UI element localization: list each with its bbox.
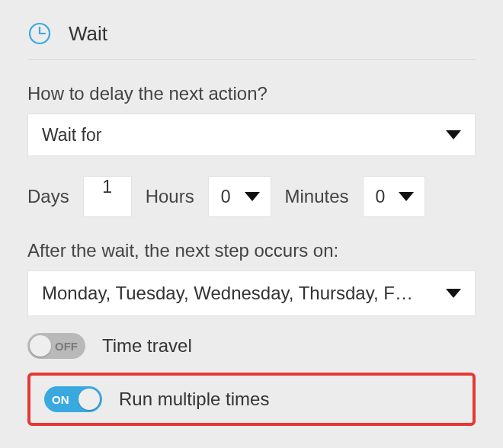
delay-mode-select[interactable]: Wait for [27,114,476,156]
time-row: Days 1 Hours 0 Minutes 0 [27,176,476,217]
chevron-down-icon [446,130,461,139]
toggle-knob [78,389,100,410]
days-select-value: Monday, Tuesday, Wednesday, Thursday, F… [42,283,446,304]
panel-title: Wait [69,22,107,46]
clock-icon [27,21,52,46]
run-multiple-highlight: ON Run multiple times [27,373,476,426]
time-travel-toggle[interactable]: OFF [27,333,85,359]
minutes-value: 0 [376,187,386,207]
days-input[interactable]: 1 [83,176,132,217]
hours-select[interactable]: 0 [208,176,271,217]
minutes-label: Minutes [285,186,349,207]
chevron-down-icon [245,192,260,201]
chevron-down-icon [399,192,414,201]
delay-mode-value: Wait for [42,125,101,146]
time-travel-label: Time travel [102,335,192,357]
time-travel-row: OFF Time travel [27,333,476,359]
hours-label: Hours [146,186,194,207]
run-multiple-row: ON Run multiple times [44,386,459,412]
run-multiple-label: Run multiple times [119,389,269,410]
minutes-select[interactable]: 0 [363,176,426,217]
days-label: Days [27,186,69,207]
delay-question-label: How to delay the next action? [27,83,476,104]
hours-value: 0 [221,187,231,207]
days-select[interactable]: Monday, Tuesday, Wednesday, Thursday, F… [27,270,476,316]
panel-header: Wait [27,21,476,60]
toggle-state-text: OFF [55,340,78,353]
toggle-state-text: ON [52,393,69,406]
days-value: 1 [102,177,112,197]
run-multiple-toggle[interactable]: ON [44,386,102,412]
chevron-down-icon [446,289,461,298]
after-wait-label: After the wait, the next step occurs on: [27,240,476,261]
toggle-knob [30,335,51,357]
